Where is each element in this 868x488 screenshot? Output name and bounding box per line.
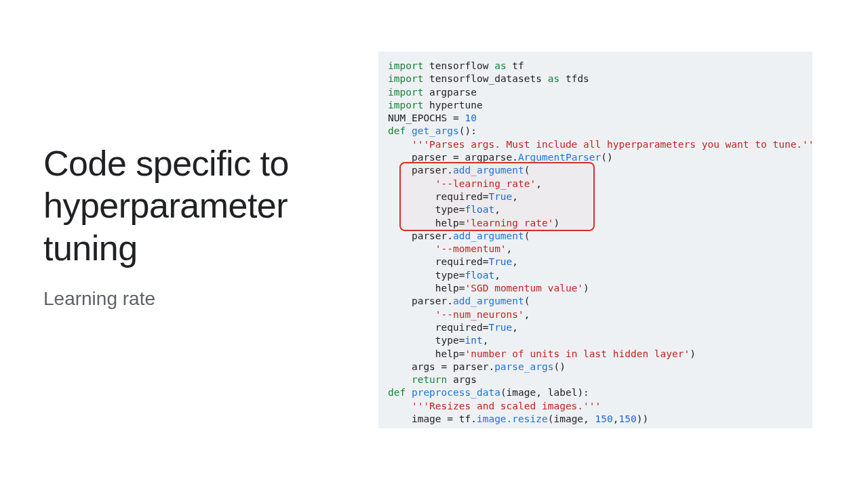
- code-line-24: args = parser.parse_args(): [388, 361, 566, 372]
- code-line-03: import argparse: [388, 87, 477, 98]
- slide-subtitle: Learning rate: [43, 288, 328, 310]
- code-line-06: def get_args():: [388, 125, 477, 136]
- code-line-11: required=True,: [388, 191, 518, 202]
- slide: Code specific to hyperparameter tuning L…: [0, 0, 868, 488]
- title-line-3: tuning: [43, 228, 138, 268]
- code-line-08: parser = argparse.ArgumentParser(): [388, 152, 613, 163]
- slide-title: Code specific to hyperparameter tuning: [43, 142, 328, 269]
- code-line-19: parser.add_argument(: [388, 296, 530, 306]
- code-line-04: import hypertune: [388, 100, 483, 110]
- title-line-2: hyperparameter: [43, 186, 288, 225]
- code-line-01: import tensorflow as tf: [388, 60, 524, 71]
- left-text-block: Code specific to hyperparameter tuning L…: [43, 142, 328, 310]
- code-line-16: required=True,: [388, 256, 518, 267]
- code-line-18: help='SGD momentum value'): [388, 283, 589, 293]
- code-line-09: parser.add_argument(: [388, 165, 530, 176]
- code-line-02: import tensorflow_datasets as tfds: [388, 73, 589, 84]
- code-line-10: '--learning_rate',: [388, 178, 542, 189]
- code-line-12: type=float,: [388, 204, 500, 215]
- code-line-27: '''Resizes and scaled images.''': [388, 401, 601, 411]
- code-line-21: required=True,: [388, 322, 518, 333]
- code-line-22: type=int,: [388, 335, 488, 346]
- code-line-13: help='learning rate'): [388, 218, 559, 228]
- code-line-28: image = tf.image.resize(image, 150,150)): [388, 413, 648, 424]
- code-line-23: help='number of units in last hidden lay…: [388, 348, 696, 359]
- code-line-26: def preprocess_data(image, label):: [388, 387, 589, 398]
- code-panel: import tensorflow as tf import tensorflo…: [378, 52, 812, 428]
- code-line-17: type=float,: [388, 270, 500, 281]
- code-line-20: '--num_neurons',: [388, 309, 530, 320]
- code-line-14: parser.add_argument(: [388, 230, 530, 241]
- code-line-15: '--momentum',: [388, 243, 512, 254]
- title-line-1: Code specific to: [43, 144, 289, 183]
- code-line-07: '''Parses args. Must include all hyperpa…: [388, 139, 812, 150]
- code-line-05: NUM_EPOCHS = 10: [388, 113, 477, 123]
- code-line-25: return args: [388, 374, 477, 385]
